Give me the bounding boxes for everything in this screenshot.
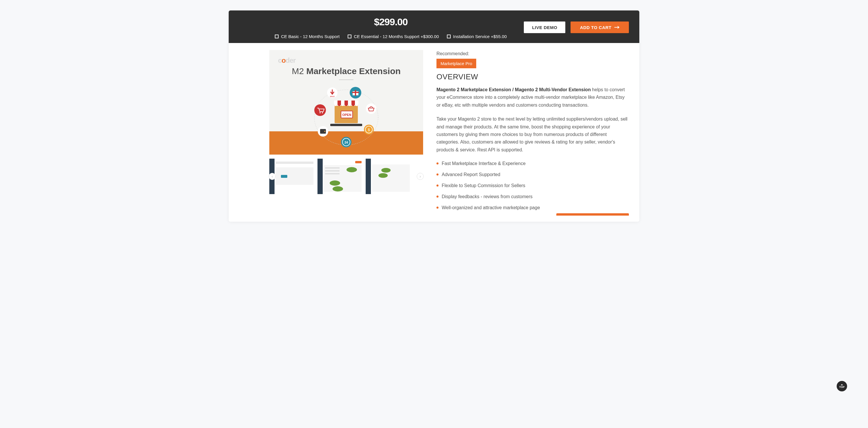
- checkbox-icon[interactable]: [275, 35, 279, 38]
- recommended-pill[interactable]: Marketplace Pro: [436, 59, 476, 68]
- option-installation[interactable]: Installation Service +$55.00: [447, 34, 507, 39]
- svg-point-17: [319, 112, 321, 113]
- basket-icon: [366, 104, 376, 114]
- option-extra: +$300.00: [421, 34, 439, 39]
- recommended-label: Recommended:: [436, 51, 629, 56]
- svg-point-48: [378, 173, 388, 178]
- svg-point-19: [366, 104, 376, 114]
- svg-rect-2: [330, 124, 362, 126]
- svg-rect-41: [325, 167, 340, 169]
- svg-rect-43: [325, 173, 340, 174]
- svg-rect-46: [372, 165, 410, 192]
- option-label: CE Essential - 12 Months Support: [354, 34, 421, 39]
- product-gallery: coder M2 Marketplace Extension: [269, 50, 423, 215]
- svg-point-47: [381, 168, 391, 173]
- svg-rect-45: [366, 159, 371, 194]
- svg-rect-6: [348, 101, 351, 105]
- clock-24-icon: 24: [341, 137, 351, 147]
- main-product-image[interactable]: coder M2 Marketplace Extension: [269, 50, 423, 154]
- svg-rect-15: [352, 92, 359, 93]
- option-label: CE Basic - 12 Months Support: [281, 34, 340, 39]
- purchase-options: CE Basic - 12 Months Support CE Essentia…: [269, 34, 512, 39]
- gallery-thumbnail[interactable]: [317, 159, 364, 194]
- gallery-thumbnail[interactable]: [366, 159, 412, 194]
- svg-rect-4: [334, 101, 338, 105]
- svg-rect-3: [334, 101, 359, 105]
- svg-point-38: [346, 167, 357, 172]
- overview-paragraph: Take your Magento 2 store to the next le…: [436, 115, 629, 154]
- price: $299.00: [374, 16, 408, 28]
- svg-rect-35: [317, 159, 323, 194]
- svg-rect-33: [281, 175, 287, 178]
- checkbox-icon[interactable]: [348, 35, 351, 38]
- feature-list: Fast Marketplace Interface & Experience …: [436, 160, 629, 211]
- option-extra: +$55.00: [491, 34, 507, 39]
- live-demo-button[interactable]: LIVE DEMO: [524, 22, 565, 33]
- feature-item: Well-organized and attractive marketplac…: [436, 204, 629, 211]
- svg-point-18: [322, 112, 323, 113]
- gift-icon: [350, 87, 361, 98]
- svg-point-16: [314, 104, 326, 116]
- hero-illustration: OPEN SALE: [306, 83, 387, 152]
- overview-heading: OVERVIEW: [436, 73, 629, 81]
- prev-thumb-button[interactable]: ‹: [269, 173, 276, 180]
- arrow-right-icon: [614, 26, 620, 29]
- add-to-cart-button[interactable]: ADD TO CART: [570, 22, 629, 33]
- svg-rect-7: [355, 101, 359, 105]
- svg-rect-31: [276, 162, 313, 164]
- feature-item: Display feedbacks - reviews from custome…: [436, 193, 629, 200]
- divider: [339, 80, 353, 80]
- overview-lead: Magento 2 Marketplace Extension / Magent…: [436, 86, 629, 109]
- option-label: Installation Service: [453, 34, 491, 39]
- thumbnail-row: ‹ ›: [269, 159, 423, 194]
- wallet-icon: [318, 126, 328, 137]
- feature-item: Advanced Report Supported: [436, 171, 629, 178]
- hero-title: M2 Marketplace Extension: [269, 66, 423, 76]
- partial-cta-button[interactable]: [556, 213, 629, 216]
- sale-icon: SALE: [327, 87, 338, 98]
- feature-item: Flexible to Setup Commission for Sellers: [436, 182, 629, 189]
- svg-text:SALE: SALE: [330, 95, 335, 97]
- svg-rect-5: [341, 101, 344, 105]
- option-ce-basic[interactable]: CE Basic - 12 Months Support: [275, 34, 340, 39]
- gallery-thumbnail[interactable]: [269, 159, 316, 194]
- svg-rect-42: [325, 170, 340, 171]
- svg-point-22: [324, 131, 325, 132]
- top-label: TOP: [839, 386, 844, 389]
- checkbox-icon[interactable]: [447, 35, 451, 38]
- svg-point-39: [330, 180, 340, 186]
- svg-text:$: $: [368, 128, 370, 132]
- next-thumb-button[interactable]: ›: [417, 173, 424, 180]
- scroll-to-top-button[interactable]: TOP: [837, 381, 847, 391]
- sticky-purchase-bar: $299.00 CE Basic - 12 Months Support CE …: [229, 10, 639, 43]
- svg-text:OPEN: OPEN: [342, 113, 351, 116]
- svg-rect-36: [355, 161, 362, 163]
- svg-text:24: 24: [344, 141, 348, 144]
- option-ce-essential[interactable]: CE Essential - 12 Months Support +$300.0…: [348, 34, 439, 39]
- svg-point-40: [333, 186, 343, 192]
- coin-icon: $: [364, 125, 374, 135]
- product-details: Recommended: Marketplace Pro OVERVIEW Ma…: [436, 50, 629, 215]
- feature-item: Fast Marketplace Interface & Experience: [436, 160, 629, 167]
- add-to-cart-label: ADD TO CART: [580, 25, 612, 30]
- brand-logo: coder: [278, 56, 296, 64]
- cart-icon: [314, 104, 326, 116]
